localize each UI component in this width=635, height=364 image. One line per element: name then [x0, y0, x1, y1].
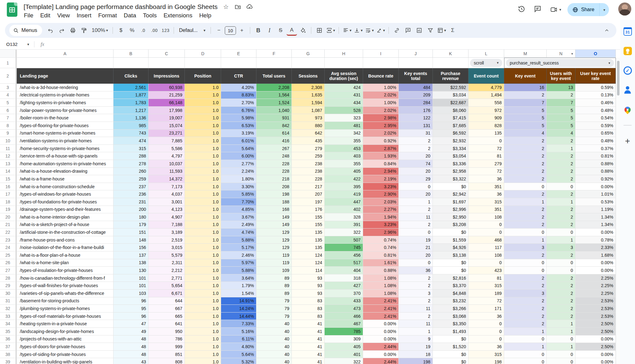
cell[interactable]: 0	[468, 335, 504, 343]
cell[interactable]: 96	[113, 297, 149, 305]
cell[interactable]: 2.49%	[221, 221, 256, 229]
cell[interactable]: /plumbing-systems-in-private-homes	[17, 305, 113, 313]
cell[interactable]: $22,687	[433, 99, 468, 107]
cell[interactable]: 60,938	[149, 84, 185, 91]
menu-view[interactable]: View	[54, 12, 73, 19]
cell[interactable]: 2.44%	[363, 343, 399, 351]
cell[interactable]: 41	[292, 328, 325, 335]
cell[interactable]: 1.54%	[221, 290, 256, 297]
cell[interactable]: 49	[113, 328, 149, 335]
cell[interactable]: 5.98%	[221, 114, 256, 122]
cell[interactable]: $2,932	[433, 137, 468, 145]
cell[interactable]: 0.37%	[575, 145, 616, 153]
table-column-header[interactable]: Sessions	[292, 68, 325, 84]
cell[interactable]	[113, 58, 149, 68]
maps-icon[interactable]	[624, 105, 632, 114]
cell[interactable]: 0.48%	[575, 107, 616, 114]
cell[interactable]: 401	[325, 351, 363, 358]
cell[interactable]: 23,271	[149, 130, 185, 137]
cell[interactable]: 2	[504, 160, 547, 168]
cell[interactable]: 2	[504, 297, 547, 305]
column-header-I[interactable]: I	[363, 50, 399, 58]
cell[interactable]: 7	[547, 99, 575, 107]
cell[interactable]: 973	[292, 114, 325, 122]
cell[interactable]: 484	[399, 84, 433, 91]
cell[interactable]: /ventilation-in-building-with-sip-panels	[17, 358, 113, 364]
row-header-11[interactable]: 11	[0, 145, 17, 153]
cell[interactable]: 1.0	[185, 160, 221, 168]
cell[interactable]: /artificial-stone-in-the-construction-of…	[17, 229, 113, 236]
cell[interactable]: 83	[292, 313, 325, 320]
collapse-toolbar-button[interactable]	[602, 25, 612, 36]
cell[interactable]: 14.91%	[221, 297, 256, 305]
cell[interactable]: 40	[256, 320, 292, 328]
cell[interactable]: 114	[292, 267, 325, 274]
cell[interactable]: 129	[256, 236, 292, 244]
cell[interactable]: 315	[468, 351, 504, 358]
menu-data[interactable]: Data	[120, 12, 140, 19]
cell[interactable]: 2	[547, 160, 575, 168]
cell[interactable]: 119	[256, 259, 292, 267]
cell[interactable]: 405	[325, 343, 363, 351]
cell[interactable]	[185, 58, 221, 68]
cell[interactable]: 36	[399, 267, 433, 274]
cell[interactable]: $0	[433, 267, 468, 274]
insert-link-button[interactable]	[392, 25, 402, 36]
cell[interactable]: 149	[256, 213, 292, 221]
cell[interactable]: 15,074	[149, 122, 185, 130]
cell[interactable]: 1.34%	[575, 221, 616, 229]
cell[interactable]: /heating-system-in-a-private-house	[17, 320, 113, 328]
cell[interactable]: 1.0	[185, 145, 221, 153]
cell[interactable]: 20	[399, 152, 433, 160]
cell[interactable]: $7,685	[433, 122, 468, 130]
cell[interactable]: 21	[399, 244, 433, 251]
cell[interactable]: $2,942	[433, 190, 468, 198]
cell[interactable]: 0.74%	[363, 244, 399, 251]
cell[interactable]: $2,996	[433, 206, 468, 214]
cell[interactable]: 5.85%	[221, 190, 256, 198]
cell[interactable]: 40	[256, 328, 292, 335]
cell[interactable]: 1.0	[185, 305, 221, 313]
cell[interactable]: 1.0	[185, 130, 221, 137]
cell[interactable]: 11	[399, 213, 433, 221]
cell[interactable]: $3,232	[433, 297, 468, 305]
cell[interactable]: 1.0	[185, 343, 221, 351]
cell[interactable]: 2.90%	[363, 190, 399, 198]
cell[interactable]: 1,136	[113, 114, 149, 122]
cell[interactable]: 2	[504, 175, 547, 183]
cell[interactable]: 284	[399, 99, 433, 107]
cell[interactable]: 423	[468, 267, 504, 274]
cell[interactable]: 40	[256, 351, 292, 358]
cell[interactable]: 2,519	[149, 236, 185, 244]
cell[interactable]: 93	[292, 282, 325, 290]
font-selector[interactable]: Defaul...▾	[177, 25, 208, 36]
row-header-28[interactable]: 28	[0, 274, 17, 282]
cell[interactable]: 218	[256, 175, 292, 183]
row-header-37[interactable]: 37	[0, 343, 17, 351]
menu-tools[interactable]: Tools	[140, 12, 160, 19]
cell[interactable]: 3.64%	[221, 274, 256, 282]
cell[interactable]: 558	[468, 99, 504, 107]
cell[interactable]: 198	[256, 190, 292, 198]
cell[interactable]: 0.65%	[575, 130, 616, 137]
cell[interactable]	[221, 58, 256, 68]
row-header-10[interactable]: 10	[0, 137, 17, 145]
cell[interactable]: 4,907	[149, 213, 185, 221]
cell[interactable]: 48	[113, 335, 149, 343]
cell[interactable]: 2	[504, 168, 547, 175]
cell[interactable]: 0	[547, 259, 575, 267]
vertical-align-button[interactable]: ▾	[353, 25, 363, 36]
cell[interactable]: 238	[292, 160, 325, 168]
cell[interactable]: 667	[149, 305, 185, 313]
cell[interactable]: /basement-for-storing-products	[17, 297, 113, 305]
cell[interactable]: 2	[547, 206, 575, 214]
row-header-9[interactable]: 9	[0, 130, 17, 137]
cell[interactable]: 279	[292, 145, 325, 153]
cell[interactable]: 7	[504, 99, 547, 107]
column-header-O[interactable]: O	[575, 50, 616, 58]
row-header-19[interactable]: 19	[0, 206, 17, 214]
cell[interactable]: 130	[113, 267, 149, 274]
cell[interactable]: 3.23%	[363, 183, 399, 191]
cell[interactable]: 228	[256, 168, 292, 175]
cell[interactable]: 309	[325, 335, 363, 343]
